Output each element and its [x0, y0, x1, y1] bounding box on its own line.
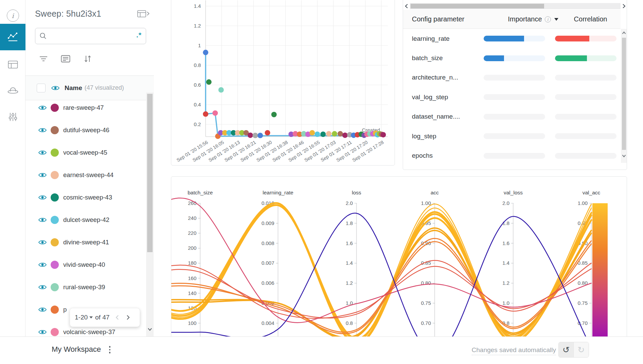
controls-nav-button[interactable]: [0, 106, 25, 128]
correlation-bar: [555, 133, 616, 139]
importance-table-row: batch_size: [403, 48, 621, 68]
sort-button[interactable]: [83, 54, 92, 64]
next-page-button[interactable]: [125, 314, 131, 321]
search-input[interactable]: [50, 33, 136, 39]
svg-text:1.6: 1.6: [346, 240, 353, 246]
run-row[interactable]: vocal-sweep-45: [25, 141, 154, 164]
run-visibility-toggle[interactable]: [38, 217, 47, 223]
vertical-scrollbar-thumb[interactable]: [622, 38, 626, 150]
created-time-chart-panel: 1.41.210.80.60.40.2Sep 01 '20 15:56Sep 0…: [171, 0, 395, 166]
run-visibility-toggle[interactable]: [38, 262, 47, 268]
vscroll-down-button[interactable]: [621, 153, 627, 159]
panels-nav-button[interactable]: [0, 54, 25, 75]
run-visibility-toggle[interactable]: [38, 127, 47, 133]
workspace-footer: My Workspace Changes saved automatically…: [0, 336, 643, 364]
run-visibility-toggle[interactable]: [38, 307, 47, 313]
runs-list: rare-sweep-47dutiful-sweep-46vocal-sweep…: [25, 97, 154, 336]
left-nav-rail: i: [0, 0, 25, 364]
eye-icon: [38, 329, 47, 335]
run-row[interactable]: dutiful-sweep-46: [25, 119, 154, 141]
run-visibility-toggle[interactable]: [38, 172, 47, 178]
run-row[interactable]: vivid-sweep-40: [25, 254, 154, 276]
run-row[interactable]: dulcet-sweep-42: [25, 209, 154, 231]
run-visibility-toggle[interactable]: [38, 105, 47, 111]
eye-icon: [38, 150, 47, 156]
config-parameter-name: dataset_name....: [412, 113, 475, 120]
info-nav-button[interactable]: i: [0, 5, 25, 27]
select-all-checkbox[interactable]: [37, 84, 46, 92]
importance-bar: [484, 36, 545, 41]
importance-table-header: Config parameter Importance i Correlatio…: [403, 10, 621, 29]
undo-button[interactable]: ↺: [559, 342, 574, 357]
config-parameter-name: learning_rate: [412, 35, 475, 42]
run-visibility-toggle[interactable]: [38, 329, 47, 335]
sweep-nav-button[interactable]: [0, 80, 25, 101]
horizontal-scrollbar-thumb[interactable]: [411, 4, 544, 8]
display-options-button[interactable]: [61, 54, 70, 64]
table-icon: [137, 10, 146, 17]
redo-button[interactable]: ↻: [574, 342, 589, 357]
hat-icon: [7, 86, 19, 95]
svg-text:240: 240: [188, 215, 196, 221]
svg-text:0.009: 0.009: [261, 220, 274, 226]
chevron-down-icon: [622, 154, 626, 158]
vertical-scrollbar[interactable]: [621, 29, 627, 163]
info-icon: i: [545, 16, 551, 22]
chevron-down-icon: [147, 327, 153, 332]
run-row[interactable]: divine-sweep-41: [25, 231, 154, 254]
hscroll-left-button[interactable]: [404, 2, 409, 10]
table-icon: [8, 60, 18, 69]
wandb-sweep-workspace: i: [0, 0, 643, 364]
workspace-menu-button[interactable]: [106, 343, 114, 357]
runs-list-header: Name (47 visualized): [25, 75, 154, 100]
regex-toggle[interactable]: .*: [136, 31, 142, 41]
sliders-icon: [8, 112, 17, 122]
sweep-table-button[interactable]: [137, 10, 150, 17]
svg-text:1.4: 1.4: [346, 260, 353, 266]
chevron-right-icon: [125, 314, 131, 321]
scroll-down-button[interactable]: [147, 327, 153, 333]
sidebar-scrollbar-thumb[interactable]: [147, 94, 153, 252]
run-visibility-toggle[interactable]: [38, 150, 47, 156]
svg-text:1.8: 1.8: [346, 220, 353, 226]
svg-text:0.8: 0.8: [194, 62, 201, 68]
svg-text:val_acc: val_acc: [583, 190, 601, 195]
correlation-bar: [555, 55, 616, 61]
svg-text:0.006: 0.006: [261, 280, 274, 286]
vscroll-up-button[interactable]: [621, 30, 627, 36]
run-row[interactable]: rural-sweep-39: [25, 276, 154, 298]
hscroll-right-button[interactable]: [621, 2, 627, 10]
workspace-selector[interactable]: My Workspace: [52, 345, 101, 354]
eye-icon: [38, 239, 47, 245]
run-row[interactable]: earnest-sweep-44: [25, 164, 154, 186]
config-parameter-name: log_step: [412, 133, 475, 140]
svg-text:0.8: 0.8: [346, 320, 353, 326]
horizontal-scrollbar[interactable]: [410, 3, 621, 9]
run-visibility-toggle[interactable]: [38, 284, 47, 290]
run-color-dot: [51, 306, 59, 314]
svg-text:0.004: 0.004: [261, 320, 274, 326]
svg-text:1.4: 1.4: [194, 3, 201, 9]
svg-text:180: 180: [188, 260, 196, 266]
visualized-count: (47 visualized): [85, 84, 124, 91]
page-range-dropdown[interactable]: 1-20: [75, 314, 93, 321]
toggle-all-visibility-button[interactable]: [51, 85, 60, 91]
svg-text:batch_size: batch_size: [188, 190, 213, 195]
prev-page-button[interactable]: [114, 314, 120, 321]
charts-nav-button[interactable]: [0, 24, 25, 50]
filter-button[interactable]: [39, 54, 48, 64]
importance-table-row: epochs: [403, 146, 621, 165]
correlation-bar: [555, 153, 616, 159]
svg-text:220: 220: [188, 230, 196, 236]
run-row[interactable]: cosmic-sweep-43: [25, 186, 154, 209]
run-color-dot: [51, 126, 59, 134]
run-visibility-toggle[interactable]: [38, 239, 47, 245]
eye-icon: [38, 284, 47, 290]
sidebar-scrollbar[interactable]: [146, 92, 154, 336]
run-visibility-toggle[interactable]: [38, 194, 47, 201]
svg-text:learning_rate: learning_rate: [263, 190, 293, 195]
importance-column-header[interactable]: Importance i: [508, 15, 558, 23]
run-name: dutiful-sweep-46: [63, 126, 109, 134]
config-parameter-name: epochs: [412, 152, 475, 159]
svg-text:0.2: 0.2: [194, 121, 201, 127]
